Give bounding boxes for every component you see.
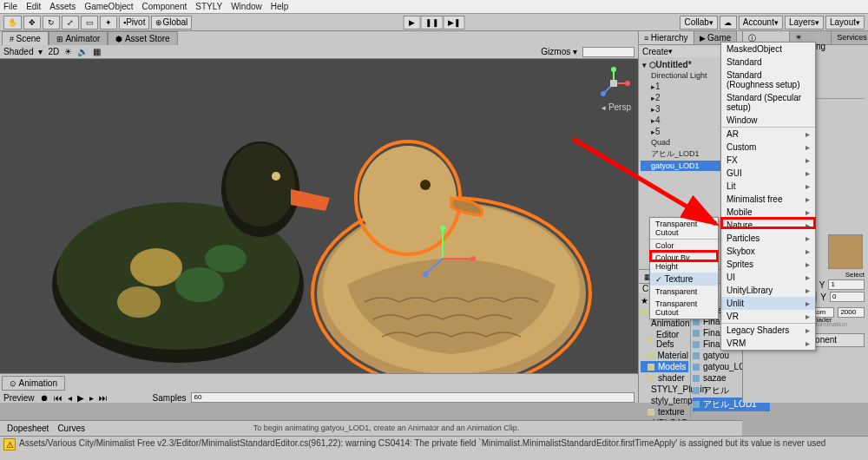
shader-menu-item[interactable]: Standard (Roughness setup) (721, 69, 815, 91)
tiling-y[interactable]: 1 (828, 279, 865, 290)
shader-menu: MaskedObject Standard Standard (Roughnes… (720, 42, 816, 351)
submenu-item[interactable]: Transparent Cutout (650, 218, 718, 239)
scene-object-left-duck[interactable] (52, 141, 330, 363)
folder-selected[interactable]: Models (641, 361, 688, 372)
shader-menu-item[interactable]: Skybox▸ (721, 245, 815, 258)
shader-menu-item[interactable]: UI▸ (721, 271, 815, 284)
light-toggle-icon[interactable]: ☀ (64, 47, 72, 56)
shader-menu-item[interactable]: UnityLibrary▸ (721, 284, 815, 297)
shader-menu-item[interactable]: Standard (Specular setup) (721, 91, 815, 114)
svg-point-5 (205, 245, 247, 273)
scene-object-right-duck[interactable] (312, 141, 590, 373)
orientation-gizmo[interactable] (596, 66, 631, 101)
tool-rotate[interactable]: ↻ (43, 16, 60, 30)
menu-window[interactable]: Window (231, 2, 262, 11)
shader-submenu: Transparent Cutout Color Colour By Heigh… (649, 217, 719, 319)
anim-next-icon[interactable]: ▸ (89, 393, 94, 403)
texture-thumbnail[interactable] (828, 234, 863, 269)
menu-edit[interactable]: Edit (26, 2, 41, 11)
cloud-button[interactable]: ☁ (720, 16, 737, 30)
anim-record-icon[interactable]: ⏺ (40, 393, 49, 403)
shader-menu-item[interactable]: Particles▸ (721, 232, 815, 245)
account-dropdown[interactable]: Account ▾ (739, 16, 783, 30)
tool-transform[interactable]: ✦ (100, 16, 117, 30)
samples-field[interactable]: 60 (191, 392, 635, 403)
menu-help[interactable]: Help (271, 2, 289, 11)
shader-menu-item[interactable]: FX▸ (721, 154, 815, 167)
shader-menu-item[interactable]: Nature▸ (721, 219, 815, 232)
shader-menu-item[interactable]: Standard (721, 56, 815, 69)
shader-menu-item[interactable]: Legacy Shaders▸ (721, 324, 815, 337)
dopesheet-tab[interactable]: Dopesheet (7, 424, 49, 433)
shader-menu-item-unlit[interactable]: Unlit▸ (721, 297, 815, 310)
submenu-item[interactable]: Colour By Height (650, 252, 718, 273)
offset-y[interactable]: 0 (830, 292, 865, 302)
scene-view[interactable]: ◂ Persp (0, 59, 638, 373)
shader-menu-item[interactable]: Window (721, 114, 815, 127)
tab-services[interactable]: Services (832, 31, 868, 44)
menu-assets[interactable]: Assets (49, 2, 76, 11)
pause-button[interactable]: ❚❚ (421, 16, 444, 30)
anim-last-icon[interactable]: ⏭ (99, 393, 108, 403)
submenu-item[interactable]: Color (650, 240, 718, 252)
shader-menu-item[interactable]: Mobile▸ (721, 206, 815, 219)
shader-menu-item[interactable]: MaskedObject (721, 43, 815, 56)
render-queue-value[interactable]: 2000 (838, 307, 865, 318)
layers-dropdown[interactable]: Layers ▾ (785, 16, 824, 30)
global-toggle[interactable]: ⊕ Global (151, 16, 192, 30)
menu-gameobject[interactable]: GameObject (84, 2, 133, 11)
submenu-item[interactable]: Transparent Cutout (650, 298, 718, 319)
shader-menu-item[interactable]: AR▸ (721, 128, 815, 141)
play-button[interactable]: ▶ (404, 16, 421, 30)
status-bar[interactable]: ⚠ Assets/Various City/Minimalist Free v2… (0, 436, 868, 460)
samples-label: Samples (153, 393, 187, 403)
folder[interactable]: STYLY_Plugin (641, 384, 688, 395)
tool-rect[interactable]: ▭ (81, 16, 98, 30)
anim-prev-icon[interactable]: ◂ (68, 393, 72, 403)
tab-asset-store[interactable]: ⬢ Asset Store (108, 31, 177, 45)
fx-toggle-icon[interactable]: ▦ (93, 47, 101, 56)
tool-hand[interactable]: ✋ (3, 16, 22, 30)
perspective-label[interactable]: ◂ Persp (602, 102, 631, 112)
shader-menu-item[interactable]: Minimalist free▸ (721, 193, 815, 206)
shader-menu-item[interactable]: VRM▸ (721, 337, 815, 350)
toolbar: ✋ ✥ ↻ ⤢ ▭ ✦ ▪ Pivot ⊕ Global ▶ ❚❚ ▶❚ Col… (0, 14, 868, 31)
layout-dropdown[interactable]: Layout ▾ (825, 16, 865, 30)
folder[interactable]: texture (641, 406, 688, 417)
submenu-item[interactable]: Transparent (650, 286, 718, 298)
pivot-toggle[interactable]: ▪ Pivot (119, 16, 149, 30)
tool-move[interactable]: ✥ (23, 16, 41, 30)
tab-animation[interactable]: ⊙ Animation (2, 376, 65, 391)
hierarchy-create[interactable]: Create (642, 47, 668, 56)
gizmos-dropdown[interactable]: Gizmos ▾ (541, 47, 577, 56)
folder[interactable]: Material (641, 350, 688, 361)
menu-component[interactable]: Component (142, 2, 187, 11)
folder[interactable]: shader (641, 372, 688, 384)
anim-preview[interactable]: Preview (3, 393, 35, 403)
scene-search[interactable] (582, 47, 635, 57)
curves-tab[interactable]: Curves (57, 424, 85, 433)
shader-menu-item[interactable]: VR▸ (721, 310, 815, 323)
shader-menu-item[interactable]: Lit▸ (721, 180, 815, 193)
tool-scale[interactable]: ⤢ (62, 16, 79, 30)
menu-styly[interactable]: STYLY (195, 2, 222, 11)
svg-point-8 (272, 172, 280, 181)
step-button[interactable]: ▶❚ (444, 16, 465, 30)
collab-dropdown[interactable]: Collab ▾ (680, 16, 717, 30)
shader-menu-item[interactable]: GUI▸ (721, 167, 815, 180)
tab-hierarchy[interactable]: ≡ Hierarchy (639, 31, 694, 44)
tab-animator[interactable]: ⊞ Animator (49, 31, 108, 45)
shader-menu-item[interactable]: Sprites▸ (721, 258, 815, 271)
shader-menu-item[interactable]: Custom▸ (721, 141, 815, 154)
svg-point-2 (130, 248, 182, 286)
menu-file[interactable]: File (3, 2, 17, 11)
folder[interactable]: Editor Defs (641, 329, 688, 350)
anim-first-icon[interactable]: ⏮ (54, 393, 62, 403)
tab-scene[interactable]: # Scene (2, 31, 49, 45)
folder[interactable]: styly_temp (641, 395, 688, 406)
audio-toggle-icon[interactable]: 🔊 (77, 47, 88, 56)
mode-2d[interactable]: 2D (48, 47, 59, 56)
shading-mode[interactable]: Shaded (3, 47, 33, 56)
submenu-item-texture[interactable]: ✓ Texture (650, 273, 718, 286)
anim-play-icon[interactable]: ▶ (77, 393, 84, 403)
